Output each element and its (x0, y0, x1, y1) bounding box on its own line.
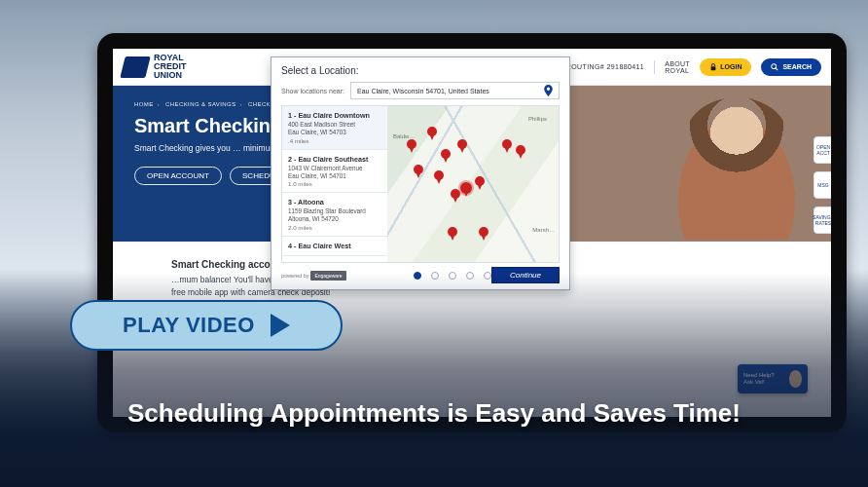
breadcrumb-item[interactable]: HOME (134, 101, 154, 107)
svg-rect-0 (711, 66, 716, 70)
help-text: Need Help? Ask Val! (743, 372, 783, 385)
map-pin-icon[interactable] (544, 85, 553, 97)
step-indicator (414, 272, 491, 280)
location-distance: 2.0 miles (288, 224, 381, 231)
locations-map[interactable]: Phillips Marsh… Baldw… (387, 106, 559, 262)
search-button[interactable]: SEARCH (761, 58, 821, 76)
brand-line3: UNION (154, 71, 187, 80)
play-icon (271, 314, 290, 337)
play-video-button[interactable]: PLAY VIDEO (70, 300, 343, 351)
location-address: 1159 Blazing Star BoulevardAltoona, WI 5… (288, 207, 381, 223)
map-pin-icon[interactable] (407, 139, 416, 153)
svg-marker-3 (271, 314, 290, 337)
video-thumbnail: ROYAL CREDIT UNION SCHEDULE APPOINTMENT … (0, 0, 868, 487)
monitor-frame: ROYAL CREDIT UNION SCHEDULE APPOINTMENT … (97, 33, 847, 432)
near-label: Show locations near: (281, 88, 344, 94)
map-pin-icon[interactable] (451, 189, 460, 203)
map-pin-icon[interactable] (502, 139, 512, 153)
search-label: SEARCH (782, 63, 812, 70)
location-search-input[interactable]: Eau Claire, Wisconsin 54701, United Stat… (350, 82, 560, 99)
powered-brand: Engageware (310, 271, 345, 281)
location-distance: 1.0 miles (288, 180, 381, 187)
open-account-button[interactable]: OPEN ACCOUNT (134, 167, 222, 185)
hero-person-image (660, 92, 814, 240)
video-caption: Scheduling Appointments is Easy and Save… (0, 398, 868, 429)
step-dot[interactable] (449, 272, 456, 280)
continue-button[interactable]: Continue (491, 267, 560, 283)
login-button[interactable]: LOGIN (700, 58, 751, 76)
powered-by: powered by Engageware (281, 271, 346, 281)
location-name: 3 - Altoona (288, 198, 381, 206)
map-city-label: Marsh… (532, 227, 555, 233)
map-city-label: Phillips (528, 116, 547, 122)
help-widget[interactable]: Need Help? Ask Val! (738, 364, 808, 393)
lock-icon (709, 63, 717, 71)
map-pin-icon[interactable] (448, 227, 457, 241)
location-search-value: Eau Claire, Wisconsin 54701, United Stat… (357, 88, 489, 94)
location-item[interactable]: 1 - Eau Claire Downtown 400 East Madison… (282, 106, 387, 150)
search-icon (771, 63, 778, 71)
map-pin-icon[interactable] (479, 227, 488, 241)
map-pin-icon[interactable] (457, 139, 467, 153)
brand-mark-icon (120, 56, 150, 78)
location-name: 2 - Eau Claire Southeast (288, 155, 381, 164)
map-pin-icon[interactable] (516, 145, 525, 159)
map-pin-selected-icon[interactable] (461, 183, 471, 197)
step-dot[interactable] (431, 272, 439, 280)
map-pin-icon[interactable] (434, 170, 444, 184)
location-name: 4 - Eau Claire West (288, 242, 381, 250)
avatar (789, 370, 802, 388)
side-tab-message[interactable]: MSG (814, 171, 831, 199)
play-video-label: PLAY VIDEO (123, 313, 255, 338)
map-pin-icon[interactable] (414, 165, 423, 178)
divider (654, 60, 655, 74)
side-tab-open-account[interactable]: OPEN ACCT (814, 136, 831, 164)
svg-point-1 (772, 63, 777, 68)
modal-title: Select a Location: (271, 57, 569, 82)
browser-screen: ROYAL CREDIT UNION SCHEDULE APPOINTMENT … (113, 49, 831, 417)
location-address: 1043 W Clairemont AvenueEau Claire, WI 5… (288, 165, 381, 180)
step-dot[interactable] (484, 272, 491, 280)
location-address: 400 East Madison StreetEau Claire, WI 54… (288, 121, 381, 136)
svg-line-2 (776, 67, 778, 69)
brand-logo[interactable]: ROYAL CREDIT UNION (123, 54, 187, 80)
location-name: 1 - Eau Claire Downtown (288, 111, 381, 120)
location-item[interactable]: 3 - Altoona 1159 Blazing Star BoulevardA… (282, 193, 387, 237)
about-royal-link[interactable]: ABOUTROYAL (665, 60, 690, 74)
map-pin-icon[interactable] (441, 149, 451, 163)
login-label: LOGIN (720, 63, 741, 70)
location-list[interactable]: 1 - Eau Claire Downtown 400 East Madison… (282, 106, 387, 262)
side-tab-rates[interactable]: SAVINGS RATES (814, 206, 831, 234)
step-dot[interactable] (414, 272, 421, 280)
location-item[interactable]: 2 - Eau Claire Southeast 1043 W Clairemo… (282, 150, 387, 194)
location-modal: Select a Location: Show locations near: … (271, 56, 570, 290)
map-pin-icon[interactable] (427, 127, 437, 140)
location-item[interactable]: 4 - Eau Claire West (282, 237, 387, 256)
brand-wordmark: ROYAL CREDIT UNION (154, 54, 187, 80)
location-distance: .4 miles (288, 137, 381, 144)
step-dot[interactable] (466, 272, 474, 280)
breadcrumb-item[interactable]: CHECKING & SAVINGS (165, 101, 235, 107)
routing-number: ROUTING# 291880411 (566, 63, 644, 70)
map-pin-icon[interactable] (475, 176, 485, 190)
side-quick-tabs: OPEN ACCT MSG SAVINGS RATES (814, 136, 831, 234)
